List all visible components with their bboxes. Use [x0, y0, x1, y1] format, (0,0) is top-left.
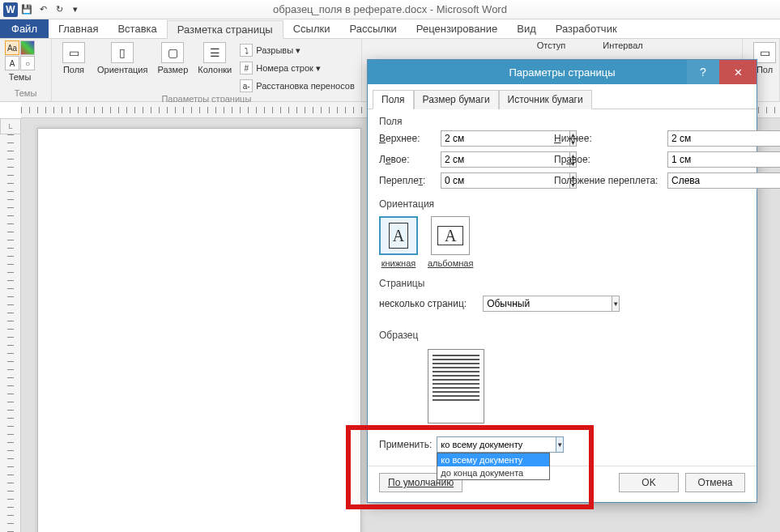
dialog-tabs: Поля Размер бумаги Источник бумаги — [368, 84, 757, 109]
apply-option-whole-doc[interactable]: ко всему документу — [437, 453, 549, 466]
gutter-position-select[interactable]: ▼ — [667, 172, 740, 189]
columns-button[interactable]: ☰Колонки — [194, 40, 235, 76]
breaks-icon: ⤵ — [240, 44, 253, 57]
redo-icon[interactable]: ↻ — [52, 2, 66, 17]
close-button[interactable]: ✕ — [719, 60, 757, 84]
quick-access-toolbar: W 💾 ↶ ↻ ▾ — [3, 2, 83, 17]
save-icon[interactable]: 💾 — [19, 2, 34, 17]
tab-insert[interactable]: Вставка — [108, 19, 166, 38]
orientation-landscape[interactable]: A — [431, 216, 470, 255]
breaks-button[interactable]: ⤵Разрывы ▾ — [238, 42, 356, 58]
page-setup-dialog: Параметры страницы ? ✕ Поля Размер бумаг… — [367, 59, 757, 503]
line-numbers-button[interactable]: #Номера строк ▾ — [238, 60, 356, 76]
tab-file[interactable]: Файл — [0, 19, 49, 38]
left-margin-input[interactable]: ▲▼ — [441, 151, 514, 168]
apply-to-select[interactable]: ▼ ко всему документу до конца документа — [437, 436, 550, 453]
help-button[interactable]: ? — [687, 60, 719, 84]
ribbon-tabs: Файл Главная Вставка Разметка страницы С… — [0, 19, 780, 39]
ruler-corner: L — [0, 118, 21, 134]
apply-option-to-end[interactable]: до конца документа — [437, 466, 549, 479]
tab-references[interactable]: Ссылки — [283, 19, 340, 38]
margins-group-label: Поля — [379, 116, 745, 130]
theme-swatch-icon[interactable]: Aa — [5, 40, 19, 55]
chevron-down-icon[interactable]: ▼ — [556, 436, 564, 453]
right-margin-label: Правое: — [554, 154, 667, 165]
tab-home[interactable]: Главная — [49, 19, 108, 38]
chevron-down-icon[interactable]: ▼ — [612, 296, 620, 312]
qat-dropdown-icon[interactable]: ▾ — [68, 2, 83, 17]
orientation-icon: ▯ — [111, 42, 134, 63]
hyphenation-button[interactable]: a-Расстановка переносов — [238, 78, 356, 94]
word-icon: W — [3, 2, 18, 17]
orientation-button[interactable]: ▯Ориентация — [94, 40, 151, 76]
ok-button[interactable]: OK — [619, 473, 679, 492]
vertical-ruler[interactable] — [0, 118, 21, 532]
theme-effects-icon[interactable]: ○ — [20, 56, 35, 70]
size-icon: ▢ — [161, 42, 184, 63]
spacing-label: Интервал — [603, 40, 642, 50]
dialog-tab-margins[interactable]: Поля — [373, 90, 414, 109]
tab-developer[interactable]: Разработчик — [546, 19, 627, 38]
bottom-margin-label: Нижнее: — [554, 133, 667, 144]
preview-icon — [428, 349, 484, 423]
top-margin-input[interactable]: ▲▼ — [441, 130, 514, 147]
document-title: образец_поля в реферате.docx - Microsoft… — [273, 3, 507, 15]
apply-to-label: Применить: — [379, 439, 432, 450]
group-label-themes: Темы — [5, 88, 46, 100]
orientation-group-label: Ориентация — [379, 198, 745, 213]
multiple-pages-label: несколько страниц: — [379, 298, 467, 309]
margins-icon: ▭ — [62, 42, 85, 63]
multiple-pages-select[interactable]: ▼ — [483, 296, 604, 312]
dialog-tab-paper[interactable]: Размер бумаги — [414, 90, 499, 109]
theme-colors-icon[interactable] — [20, 40, 35, 55]
indent-label: Отступ — [537, 40, 566, 50]
undo-icon[interactable]: ↶ — [36, 2, 50, 17]
theme-fonts-icon[interactable]: A — [5, 56, 19, 70]
size-button[interactable]: ▢Размер — [154, 40, 191, 76]
apply-to-dropdown: ко всему документу до конца документа — [437, 453, 550, 480]
gutter-label: Переплет: — [379, 175, 441, 186]
right-margin-input[interactable]: ▲▼ — [667, 151, 740, 168]
top-margin-label: Верхнее: — [379, 133, 441, 144]
dialog-titlebar[interactable]: Параметры страницы ? ✕ — [368, 60, 757, 84]
gutter-position-label: Положение переплета: — [554, 175, 667, 186]
left-margin-label: Левое: — [379, 154, 441, 165]
preview-group-label: Образец — [379, 330, 745, 344]
dialog-tab-source[interactable]: Источник бумаги — [499, 90, 592, 109]
document-page[interactable] — [37, 128, 361, 532]
tab-review[interactable]: Рецензирование — [407, 19, 507, 38]
pages-group-label: Страницы — [379, 278, 745, 292]
line-numbers-icon: # — [240, 62, 253, 74]
columns-icon: ☰ — [203, 42, 226, 63]
margins-button[interactable]: ▭Поля — [57, 40, 91, 76]
orientation-portrait[interactable]: A — [379, 216, 418, 255]
tab-view[interactable]: Вид — [507, 19, 546, 38]
cancel-button[interactable]: Отмена — [685, 473, 745, 492]
tab-page-layout[interactable]: Разметка страницы — [167, 20, 283, 39]
landscape-label: альбомная — [428, 258, 473, 268]
portrait-label: книжная — [381, 258, 416, 268]
hyphenation-icon: a- — [240, 79, 253, 92]
title-bar: W 💾 ↶ ↻ ▾ образец_поля в реферате.docx -… — [0, 0, 780, 19]
dialog-title: Параметры страницы — [509, 66, 615, 79]
tab-mailings[interactable]: Рассылки — [340, 19, 407, 38]
bottom-margin-input[interactable]: ▲▼ — [667, 130, 740, 147]
gutter-input[interactable]: ▲▼ — [441, 172, 514, 189]
themes-button[interactable]: Темы — [9, 72, 32, 82]
